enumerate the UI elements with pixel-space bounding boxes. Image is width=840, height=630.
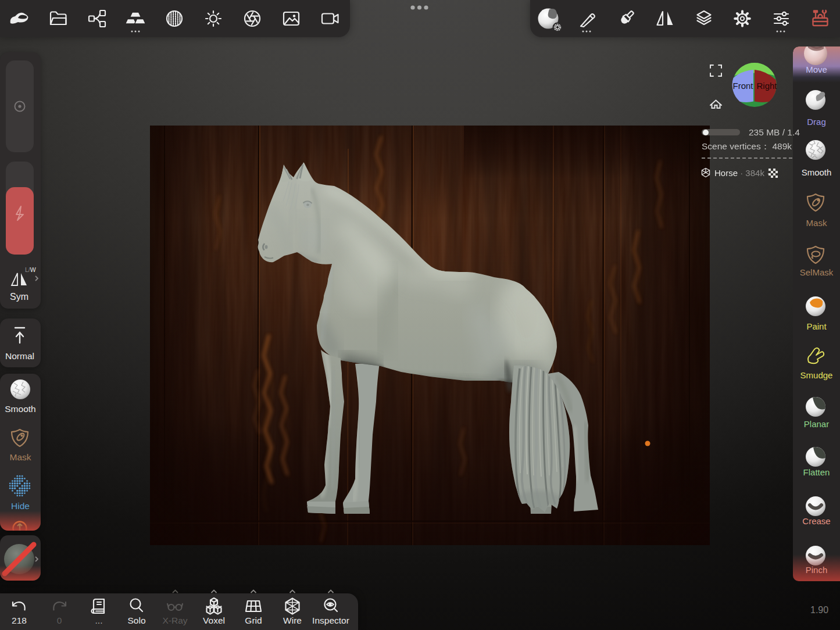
svg-text:Smooth: Smooth: [5, 404, 35, 414]
svg-text:Right: Right: [756, 81, 777, 91]
svg-text:Hide: Hide: [11, 501, 30, 511]
svg-text:L/W: L/W: [25, 266, 36, 273]
svg-text:Sym: Sym: [10, 292, 28, 302]
svg-text:Mask: Mask: [9, 452, 31, 462]
svg-text:Normal: Normal: [5, 351, 34, 361]
svg-text:Front: Front: [732, 81, 753, 91]
